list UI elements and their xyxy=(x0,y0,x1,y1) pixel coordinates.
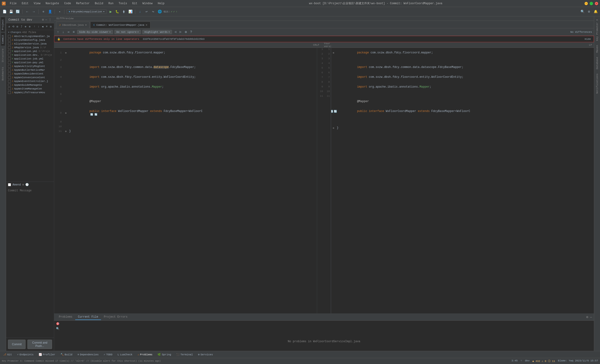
hide-warning-button[interactable]: Hide xyxy=(585,38,591,41)
debug-icon[interactable]: 🐛 xyxy=(115,9,120,14)
file-checkbox-0[interactable] xyxy=(8,35,11,38)
diff-icon[interactable]: ⊟ xyxy=(16,24,19,29)
bottom-close-icon[interactable]: — xyxy=(590,315,592,319)
list-item[interactable]: Y application-dev.yml D:\Proje xyxy=(6,53,54,57)
scope-icon2[interactable]: 🔍 xyxy=(56,327,592,330)
list-item[interactable]: J AppWxActivityMsgCont xyxy=(6,64,54,68)
file-checkbox-9[interactable] xyxy=(8,69,11,72)
menu-window[interactable]: Window xyxy=(140,1,155,6)
viewer-dropdown[interactable]: Side-by-side viewer ▾ xyxy=(77,30,113,34)
right-gutter-icon[interactable]: ⊢ xyxy=(178,29,182,35)
spring-button[interactable]: 🌿 Spring xyxy=(155,353,173,356)
list-item[interactable]: J AbstractLoginHandler.ja xyxy=(6,35,54,38)
vtab-structure[interactable]: Structure xyxy=(1,47,5,64)
collapse-icon[interactable]: ⊟ xyxy=(49,24,53,29)
highlight-dropdown[interactable]: Highlight words ▾ xyxy=(142,30,172,34)
sync-icon[interactable]: 🔄 xyxy=(15,9,20,14)
list-item[interactable]: J AppWxButlerNoticeMar xyxy=(6,68,54,72)
list-item[interactable]: J AliyunSmsConfig.java xyxy=(6,38,54,42)
git-tool-button[interactable]: ⎇ Git xyxy=(1,353,14,356)
file-checkbox-10[interactable] xyxy=(8,72,11,75)
side-tab-database[interactable]: Database xyxy=(595,55,600,71)
ignore-dropdown[interactable]: Do not ignore ▾ xyxy=(114,30,141,34)
list-item[interactable]: J AppWxConvenienceCont xyxy=(6,76,54,79)
options-icon[interactable]: ⚙ xyxy=(28,24,31,29)
refresh-icon[interactable]: ↺ xyxy=(8,24,11,29)
vtab-commit[interactable]: Commit xyxy=(1,33,5,46)
expand-icon[interactable]: ⊕ xyxy=(24,24,27,29)
nav-back-icon[interactable]: ◂ xyxy=(57,9,62,14)
file-checkbox-7[interactable] xyxy=(8,61,11,64)
maximize-button[interactable]: □ xyxy=(590,2,593,5)
search-icon[interactable]: 🔍 xyxy=(580,9,585,14)
menu-edit[interactable]: Edit xyxy=(19,1,31,6)
services-button[interactable]: ⚙ Services xyxy=(196,353,215,356)
vtab-project[interactable]: Project xyxy=(1,17,5,32)
list-item[interactable]: Y application-job.yml xyxy=(6,57,54,61)
prev-word-diff-icon[interactable]: ⊸ xyxy=(66,29,70,35)
file-checkbox-12[interactable] xyxy=(8,80,11,83)
tab-project-errors[interactable]: Project Errors xyxy=(101,314,130,320)
list-item[interactable]: Y application.yml D:\Proje xyxy=(6,49,54,53)
save-icon[interactable]: 💾 xyxy=(9,9,14,14)
tab-close-icon[interactable]: ✕ xyxy=(146,23,147,27)
profile-icon[interactable]: 👤 xyxy=(47,9,53,14)
side-tab-notifications[interactable]: Notifications xyxy=(595,72,600,96)
amend-checkbox[interactable] xyxy=(8,183,11,186)
file-checkbox-13[interactable] xyxy=(8,84,11,86)
file-checkbox-14[interactable] xyxy=(8,87,11,90)
list-item[interactable]: J AppWxEventController.j xyxy=(6,79,54,83)
file-checkbox-2[interactable] xyxy=(8,42,11,45)
warnings-label[interactable]: ▲ 432 ⚠ 0 ⓘ 11 xyxy=(533,359,555,363)
menu-code[interactable]: Code xyxy=(62,1,73,6)
next-change-icon[interactable]: ↓ xyxy=(61,30,65,35)
profiler-button[interactable]: 📈 Profiler xyxy=(36,353,58,356)
back-icon[interactable]: ← xyxy=(25,9,30,14)
side-tab-maven[interactable]: Maven xyxy=(595,43,600,55)
settings2-icon[interactable]: ⚙ xyxy=(586,9,591,14)
upload-icon[interactable]: ⤴ xyxy=(20,24,23,29)
menu-git[interactable]: Git xyxy=(130,1,140,6)
file-checkbox-3[interactable] xyxy=(8,46,11,49)
notification-icon[interactable]: 🔔 xyxy=(593,9,598,14)
profile-run-icon[interactable]: 📊 xyxy=(128,9,133,14)
commit-and-push-button[interactable]: Commit and Push... xyxy=(28,340,52,349)
terminal-button[interactable]: ⬛ Terminal xyxy=(174,353,195,356)
list-item[interactable]: J AppWxCbResidentCont xyxy=(6,72,54,76)
commit-button[interactable]: Commit xyxy=(8,340,26,349)
file-checkbox-1[interactable] xyxy=(8,39,11,41)
menu-help[interactable]: Help xyxy=(155,1,167,6)
tab-close-icon[interactable]: ✕ xyxy=(85,23,87,27)
menu-build[interactable]: Build xyxy=(92,1,105,6)
changes-toggle-icon[interactable]: ▾ xyxy=(8,31,9,34)
list-item[interactable]: J AMapService.java D:\P xyxy=(6,46,54,49)
tab-problems[interactable]: Problems xyxy=(56,314,75,320)
expand-all-icon[interactable]: ≡ xyxy=(45,24,48,29)
menu-refactor[interactable]: Refactor xyxy=(74,1,92,6)
menu-tools[interactable]: Tools xyxy=(116,1,129,6)
menu-navigate[interactable]: Navigate xyxy=(43,1,61,6)
menu-run[interactable]: Run xyxy=(106,1,116,6)
list-item[interactable]: J AliyunSmsService.java xyxy=(6,42,54,46)
minimize-panel-icon[interactable]: — xyxy=(45,18,47,22)
git-undo-icon[interactable]: ↩ xyxy=(144,9,149,14)
list-item[interactable]: Y application-pay.yml xyxy=(6,61,54,64)
file-checkbox-6[interactable] xyxy=(8,57,11,60)
prev-diff-icon[interactable]: ◀ xyxy=(41,24,44,29)
git-update-icon[interactable]: ↓ xyxy=(137,9,142,14)
menu-file[interactable]: File xyxy=(8,1,19,6)
tab-current-file[interactable]: Current File xyxy=(75,314,101,320)
down-nav-icon[interactable]: ↓ xyxy=(37,24,40,29)
list-item[interactable]: J AppWxGuideManageCo xyxy=(6,83,54,87)
file-checkbox-8[interactable] xyxy=(8,65,11,68)
list-item[interactable]: J AppWxItemManageCon xyxy=(6,87,54,91)
forward-icon[interactable]: → xyxy=(31,9,36,14)
more-options-icon[interactable]: ⋮ xyxy=(48,18,52,22)
prev-change-icon[interactable]: ↑ xyxy=(56,30,60,35)
left-gutter-icon[interactable]: ⊣ xyxy=(173,29,177,35)
git-redo-icon[interactable]: ↪ xyxy=(150,9,156,14)
settings-icon[interactable]: ⚙ xyxy=(41,9,46,14)
file-checkbox-11[interactable] xyxy=(8,76,11,79)
bottom-settings-icon[interactable]: ⚙ xyxy=(586,315,588,319)
amend-settings-icon[interactable]: ⚙ xyxy=(22,183,24,186)
